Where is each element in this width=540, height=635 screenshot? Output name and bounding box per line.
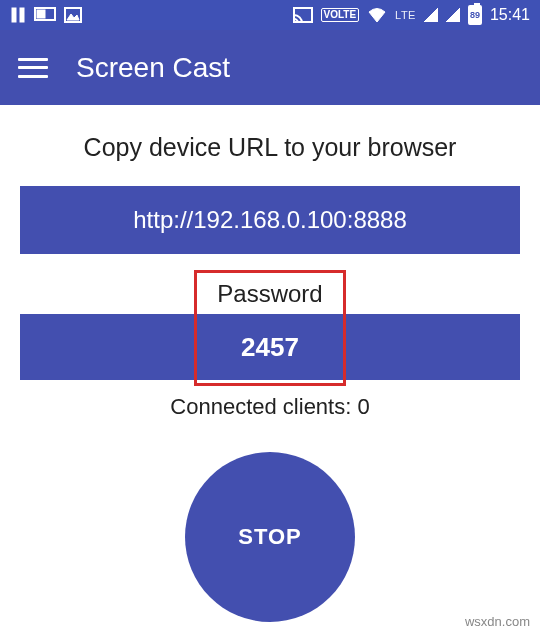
password-value-box[interactable]: 2457 <box>20 314 520 380</box>
image-icon <box>64 7 82 23</box>
menu-icon[interactable] <box>18 58 48 78</box>
volte-badge: VOLTE <box>321 8 360 22</box>
instruction-text: Copy device URL to your browser <box>20 133 520 162</box>
connected-clients-text: Connected clients: 0 <box>20 394 520 420</box>
svg-rect-3 <box>37 10 45 18</box>
cast-device-icon <box>34 7 56 23</box>
password-section: 2457 <box>20 314 520 380</box>
app-title: Screen Cast <box>76 52 230 84</box>
signal-icon-1 <box>424 8 438 22</box>
lte-label: LTE <box>395 9 416 21</box>
wifi-icon <box>367 7 387 23</box>
svg-marker-8 <box>446 8 460 22</box>
clock: 15:41 <box>490 6 530 24</box>
svg-marker-5 <box>67 14 79 20</box>
status-bar: VOLTE LTE 89 15:41 <box>0 0 540 30</box>
cast-icon <box>293 7 313 23</box>
svg-rect-0 <box>12 8 16 22</box>
watermark: wsxdn.com <box>465 614 530 629</box>
device-url-box[interactable]: http://192.168.0.100:8888 <box>20 186 520 254</box>
password-label: Password <box>20 272 520 318</box>
battery-icon: 89 <box>468 5 482 25</box>
svg-rect-1 <box>20 8 24 22</box>
app-bar: Screen Cast <box>0 30 540 105</box>
svg-marker-7 <box>424 8 438 22</box>
pause-icon <box>10 7 26 23</box>
main-content: Copy device URL to your browser http://1… <box>0 105 540 622</box>
signal-icon-2 <box>446 8 460 22</box>
stop-button[interactable]: STOP <box>185 452 355 622</box>
